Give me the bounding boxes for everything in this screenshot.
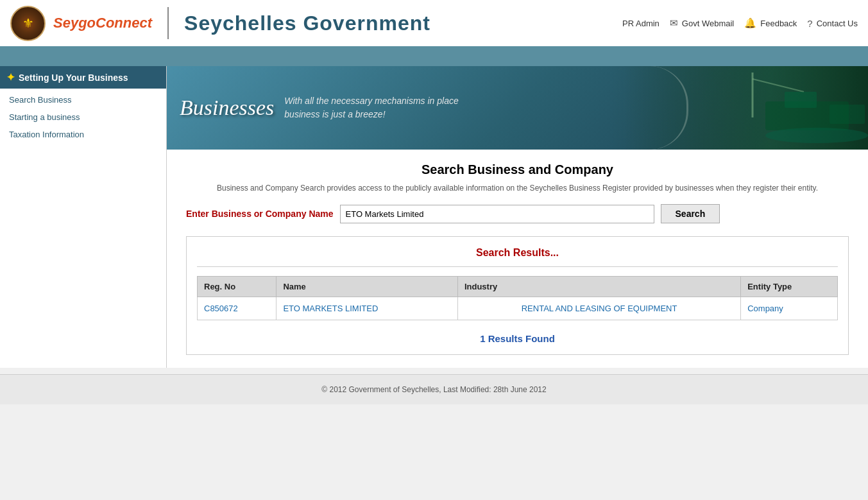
results-table-header: Reg. No Name Industry Entity Type <box>198 277 838 297</box>
contact-link[interactable]: Contact Us <box>817 19 858 28</box>
search-page-title: Search Business and Company <box>186 162 849 177</box>
pr-admin-label: PR Admin <box>622 19 660 28</box>
results-box: Search Results... Reg. No Name Industry … <box>186 236 849 355</box>
top-nav-bar <box>0 48 868 66</box>
page-header: ⚜ SeygoConnect Seychelles Government PR … <box>0 0 868 48</box>
sidebar-item-taxation[interactable]: Taxation Information <box>0 126 166 143</box>
reg-no-link[interactable]: C850672 <box>204 304 238 313</box>
svg-rect-4 <box>785 92 817 108</box>
government-title: Seychelles Government <box>184 12 430 35</box>
email-icon: ✉ <box>670 17 678 29</box>
header-right: PR Admin ✉ Govt Webmail 🔔 Feedback ? Con… <box>622 17 858 29</box>
col-header-entity-type: Entity Type <box>741 277 838 297</box>
search-row: Enter Business or Company Name Search <box>186 204 849 223</box>
feedback-link[interactable]: Feedback <box>760 19 797 28</box>
header-left: ⚜ SeygoConnect Seychelles Government <box>10 6 430 41</box>
cell-name[interactable]: ETO MARKETS LIMITED <box>277 297 458 320</box>
contact-icon: ? <box>807 18 812 29</box>
page-footer: © 2012 Government of Seychelles, Last Mo… <box>0 374 868 404</box>
webmail-link[interactable]: Govt Webmail <box>682 19 734 28</box>
feedback-icon: 🔔 <box>744 17 756 29</box>
table-row: C850672 ETO MARKETS LIMITED RENTAL AND L… <box>198 297 838 320</box>
banner-text-area: Businesses With all the necessary mechan… <box>180 94 459 121</box>
banner-heading: Businesses <box>180 96 274 120</box>
sidebar-item-starting-business[interactable]: Starting a business <box>0 108 166 126</box>
emblem-logo: ⚜ <box>10 6 46 41</box>
col-header-industry: Industry <box>457 277 740 297</box>
search-business-link[interactable]: Search Business <box>9 95 72 105</box>
results-table-body: C850672 ETO MARKETS LIMITED RENTAL AND L… <box>198 297 838 320</box>
col-header-name: Name <box>277 277 458 297</box>
sidebar-menu: Search Business Starting a business Taxa… <box>0 89 166 146</box>
seygo-logo: SeygoConnect <box>53 15 152 31</box>
banner-tagline-line2: business is just a breeze! <box>284 108 458 121</box>
sidebar-item-search-business[interactable]: Search Business <box>0 91 166 108</box>
search-desc-text: Business and Company Search provides acc… <box>217 184 818 193</box>
search-input[interactable] <box>340 205 654 223</box>
seygo-text: Seygo <box>53 15 96 31</box>
results-count: 1 Results Found <box>197 333 838 344</box>
sidebar-title-text: Setting Up Your Business <box>19 73 128 83</box>
banner-tagline: With all the necessary mechanisms in pla… <box>284 94 458 121</box>
cell-entity-type: Company <box>741 297 838 320</box>
banner-ship-decoration <box>611 66 868 150</box>
col-header-reg-no: Reg. No <box>198 277 277 297</box>
header-divider <box>167 7 169 39</box>
search-button[interactable]: Search <box>661 204 720 223</box>
content-area: Businesses With all the necessary mechan… <box>167 66 868 368</box>
results-title: Search Results... <box>197 247 838 259</box>
taxation-info-link[interactable]: Taxation Information <box>9 130 84 139</box>
seygo-onnect: onnect <box>106 15 152 31</box>
results-table: Reg. No Name Industry Entity Type C85067… <box>197 276 838 320</box>
search-description: Business and Company Search provides acc… <box>186 184 849 193</box>
main-layout: ✦ Setting Up Your Business Search Busine… <box>0 66 868 368</box>
banner: Businesses With all the necessary mechan… <box>167 66 868 150</box>
banner-tagline-line1: With all the necessary mechanisms in pla… <box>284 94 458 108</box>
footer-copyright: © 2012 Government of Seychelles, Last Mo… <box>321 385 546 394</box>
cell-reg-no[interactable]: C850672 <box>198 297 277 320</box>
ship-svg <box>624 66 868 150</box>
results-divider <box>197 266 838 267</box>
sidebar-star-icon: ✦ <box>6 71 15 83</box>
sidebar-title: ✦ Setting Up Your Business <box>0 66 166 89</box>
svg-point-6 <box>765 128 868 143</box>
seygo-c: C <box>96 15 106 31</box>
search-section: Search Business and Company Business and… <box>167 150 868 368</box>
cell-industry: RENTAL AND LEASING OF EQUIPMENT <box>457 297 740 320</box>
results-header-row: Reg. No Name Industry Entity Type <box>198 277 838 297</box>
sidebar: ✦ Setting Up Your Business Search Busine… <box>0 66 167 368</box>
search-label: Enter Business or Company Name <box>186 209 334 219</box>
starting-business-link[interactable]: Starting a business <box>9 112 80 122</box>
svg-rect-5 <box>830 105 865 124</box>
